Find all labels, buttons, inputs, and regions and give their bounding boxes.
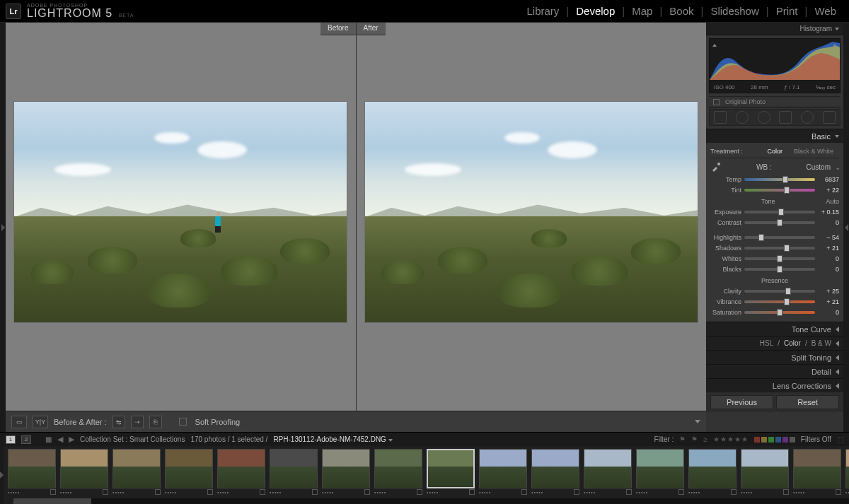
- module-print[interactable]: Print: [769, 5, 805, 17]
- toolbar-menu-button[interactable]: [695, 420, 700, 423]
- filmstrip-scrollbar[interactable]: [13, 498, 849, 504]
- module-web[interactable]: Web: [807, 5, 843, 17]
- reset-button[interactable]: Reset: [776, 395, 839, 409]
- main-area: Before After: [0, 23, 849, 432]
- thumbnail[interactable]: •••••: [217, 449, 265, 497]
- wb-preset[interactable]: Custom: [807, 163, 831, 171]
- treatment-color[interactable]: Color: [761, 148, 788, 155]
- compare-view-button[interactable]: Y|Y: [33, 416, 48, 428]
- thumbnail[interactable]: •••••: [322, 449, 370, 497]
- tone-curve-header[interactable]: Tone Curve: [706, 322, 843, 336]
- filter-lock-icon[interactable]: ⬚: [837, 435, 843, 443]
- original-photo-toggle[interactable]: Original Photo: [709, 96, 841, 107]
- before-pane[interactable]: [6, 35, 357, 411]
- shadows-slider[interactable]: [744, 247, 815, 250]
- rating-filter[interactable]: ★★★★★: [713, 435, 749, 443]
- auto-tone-button[interactable]: Auto: [826, 198, 839, 205]
- window-1-tab[interactable]: 1: [6, 435, 16, 444]
- clarity-slider[interactable]: [744, 290, 815, 293]
- thumbnail[interactable]: •••••: [793, 449, 841, 497]
- radial-filter-tool-icon[interactable]: [801, 111, 814, 124]
- thumbnail[interactable]: •••••: [165, 449, 213, 497]
- before-photo: [14, 102, 347, 322]
- treatment-bw[interactable]: Black & White: [788, 148, 839, 155]
- after-pane[interactable]: [357, 35, 707, 411]
- app-logo-text: ADOBE PHOTOSHOP LIGHTROOM 5 BETA: [27, 3, 134, 19]
- workspace-toolbar: ▭ Y|Y Before & After : ⇋ ⇢ ⎘ Soft Proofi…: [6, 411, 706, 432]
- highlights-slider[interactable]: [744, 236, 815, 239]
- thumbnail[interactable]: •••••: [112, 449, 161, 497]
- module-library[interactable]: Library: [519, 5, 566, 17]
- module-picker: Library|Develop|Map|Book|Slideshow|Print…: [519, 5, 843, 17]
- temp-slider[interactable]: [744, 178, 815, 181]
- histogram[interactable]: ISO 400 28 mm ƒ / 7.1 ¹⁄₂₀₀ sec: [709, 38, 841, 93]
- copy-before-button[interactable]: ⇢: [131, 416, 144, 428]
- app-logo-badge: Lr: [6, 4, 21, 19]
- adjustment-brush-tool-icon[interactable]: [823, 111, 836, 124]
- loupe-view-button[interactable]: ▭: [11, 416, 27, 428]
- copy-settings-button[interactable]: ⎘: [149, 416, 162, 428]
- develop-right-panel: Histogram ISO 400 28 mm ƒ / 7.1 ¹⁄₂₀₀ se…: [706, 23, 843, 432]
- thumbnail[interactable]: •••••: [741, 449, 789, 497]
- collection-path[interactable]: Collection Set : Smart Collections: [80, 435, 185, 443]
- highlight-clip-indicator[interactable]: [833, 40, 837, 48]
- split-toning-header[interactable]: Split Toning: [706, 350, 843, 364]
- thumbnail[interactable]: •••••: [688, 449, 737, 497]
- thumbnail[interactable]: •••••: [531, 449, 579, 497]
- histogram-metadata: ISO 400 28 mm ƒ / 7.1 ¹⁄₂₀₀ sec: [710, 83, 840, 91]
- thumbnail[interactable]: •••••: [479, 449, 527, 497]
- exposure-slider[interactable]: [744, 211, 815, 213]
- thumbnail[interactable]: •••••: [584, 449, 632, 497]
- filters-off-label[interactable]: Filters Off: [801, 435, 831, 443]
- local-adjust-toolstrip: [709, 109, 841, 126]
- reject-filter-icon[interactable]: ⚑: [691, 435, 698, 443]
- nav-forward-button[interactable]: ▶: [69, 435, 74, 444]
- logo-beta-tag: BETA: [119, 13, 134, 18]
- saturation-slider[interactable]: [744, 311, 815, 314]
- grid-icon[interactable]: ▦: [45, 435, 52, 443]
- wb-eyedropper-icon[interactable]: [710, 161, 722, 172]
- current-filename[interactable]: RPH-130112-Adobe-NM-7452.DNG: [273, 435, 392, 443]
- shadow-clip-indicator[interactable]: [712, 40, 717, 48]
- module-develop[interactable]: Develop: [569, 5, 622, 17]
- hsl-color-bw-header[interactable]: HSL/Color/B & W: [706, 336, 843, 350]
- thumbnail[interactable]: •••••: [845, 449, 849, 497]
- thumbnail[interactable]: •••••: [636, 449, 684, 497]
- histogram-header[interactable]: Histogram: [706, 23, 843, 35]
- graduated-filter-tool-icon[interactable]: [779, 111, 792, 124]
- detail-header[interactable]: Detail: [706, 364, 843, 378]
- previous-button[interactable]: Previous: [710, 395, 773, 409]
- thumbnail[interactable]: •••••: [374, 449, 422, 497]
- crop-tool-icon[interactable]: [714, 111, 727, 124]
- logo-product: LIGHTROOM 5: [27, 7, 112, 19]
- soft-proofing-checkbox[interactable]: [179, 418, 187, 426]
- color-label-filter[interactable]: [754, 437, 795, 443]
- thumbnail[interactable]: •••••: [60, 449, 108, 497]
- module-slideshow[interactable]: Slideshow: [703, 5, 766, 17]
- after-photo: [365, 102, 698, 322]
- contrast-slider[interactable]: [744, 221, 815, 224]
- filter-label: Filter :: [654, 435, 674, 443]
- basic-panel-header[interactable]: Basic: [706, 129, 843, 143]
- whites-slider[interactable]: [744, 257, 815, 260]
- vibrance-slider[interactable]: [744, 300, 815, 303]
- thumbnail[interactable]: •••••: [270, 449, 318, 497]
- thumbnail[interactable]: •••••: [8, 449, 56, 497]
- thumbnail[interactable]: •••••: [427, 449, 475, 497]
- redeye-tool-icon[interactable]: [758, 111, 770, 124]
- left-panel-toggle[interactable]: [0, 23, 6, 432]
- flag-filter-icon[interactable]: ⚑: [679, 435, 686, 443]
- filmstrip: ••••••••••••••••••••••••••••••••••••••••…: [0, 446, 849, 504]
- swap-before-after-button[interactable]: ⇋: [112, 416, 125, 428]
- module-book[interactable]: Book: [662, 5, 700, 17]
- soft-proofing-label: Soft Proofing: [195, 418, 241, 426]
- nav-back-button[interactable]: ◀: [57, 435, 63, 444]
- right-panel-toggle[interactable]: [843, 23, 849, 432]
- lens-corrections-header[interactable]: Lens Corrections: [706, 378, 843, 392]
- window-2-tab[interactable]: 2: [21, 435, 31, 444]
- module-map[interactable]: Map: [625, 5, 659, 17]
- blacks-slider[interactable]: [744, 268, 815, 271]
- tint-slider[interactable]: [744, 189, 815, 192]
- spot-removal-tool-icon[interactable]: [736, 111, 749, 124]
- preview-split: [6, 35, 706, 411]
